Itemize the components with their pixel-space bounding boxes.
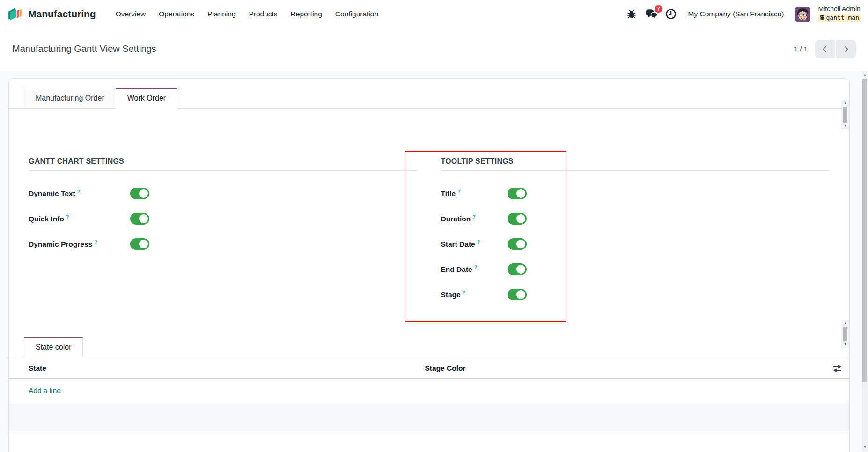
toggle-stage[interactable] xyxy=(508,289,527,300)
database-badge: gantt_man xyxy=(818,14,861,22)
topbar-right: 7 My Company (San Francisco) xyxy=(626,5,861,23)
avatar[interactable] xyxy=(795,7,810,22)
tab-manufacturing-order[interactable]: Manufacturing Order xyxy=(24,88,116,108)
toggle-title[interactable] xyxy=(508,188,527,199)
notebook-tabs: Manufacturing Order Work Order xyxy=(9,88,849,109)
field-label: End Date xyxy=(441,265,472,273)
toggle-duration[interactable] xyxy=(508,213,527,225)
scrollbar-thumb[interactable] xyxy=(862,79,867,382)
table-header-row: State Stage Color xyxy=(9,357,849,379)
state-color-table: State Stage Color Add a xyxy=(9,357,849,452)
toggle-quick-info[interactable] xyxy=(130,213,149,225)
pager-next-button[interactable] xyxy=(836,40,856,58)
help-icon[interactable]: ? xyxy=(66,214,69,219)
help-icon[interactable]: ? xyxy=(463,290,466,295)
menu-overview[interactable]: Overview xyxy=(109,6,153,22)
field-label: Quick Info xyxy=(29,215,64,223)
scroll-up-icon[interactable]: ▲ xyxy=(844,321,847,326)
manufacturing-app-icon xyxy=(7,6,23,22)
activities-clock-icon[interactable] xyxy=(665,8,677,20)
field-start-date: Start Date? xyxy=(441,238,830,249)
field-label: Dynamic Text xyxy=(29,190,75,197)
main-scrollbar[interactable]: ▲ ▼ xyxy=(862,71,868,452)
scroll-down-icon[interactable]: ▼ xyxy=(862,445,868,450)
help-icon[interactable]: ? xyxy=(77,189,81,194)
field-title: Title? xyxy=(441,188,830,199)
toggle-dynamic-text[interactable] xyxy=(130,188,149,199)
tab-work-order[interactable]: Work Order xyxy=(116,88,177,109)
add-a-line-link[interactable]: Add a line xyxy=(29,386,61,394)
state-color-tabs: State color xyxy=(9,337,849,357)
gantt-settings-heading: GANTT CHART SETTINGS xyxy=(29,157,418,171)
toggle-end-date[interactable] xyxy=(508,263,527,275)
company-switcher[interactable]: My Company (San Francisco) xyxy=(688,10,784,18)
menu-reporting[interactable]: Reporting xyxy=(284,6,329,22)
help-icon[interactable]: ? xyxy=(94,239,97,245)
gantt-chart-settings-section: GANTT CHART SETTINGS Dynamic Text? Quick… xyxy=(29,157,418,314)
app-switcher[interactable]: Manufacturing xyxy=(7,6,96,22)
field-dynamic-progress: Dynamic Progress? xyxy=(29,238,418,249)
app-name: Manufacturing xyxy=(28,8,96,20)
page-title: Manufacturing Gantt View Settings xyxy=(12,44,156,54)
inner-scrollbar-top[interactable]: ▲ ▼ xyxy=(841,100,849,129)
table-row: Add a line xyxy=(9,379,849,403)
field-quick-info: Quick Info? xyxy=(29,213,418,224)
control-panel: Manufacturing Gantt View Settings 1 / 1 xyxy=(0,28,868,70)
screen: Manufacturing Overview Operations Planni… xyxy=(0,0,868,452)
field-label: Stage xyxy=(441,291,461,299)
table-row xyxy=(9,431,849,452)
field-duration: Duration? xyxy=(441,213,830,224)
user-menu[interactable]: Mitchell Admin gantt_man xyxy=(818,5,861,23)
pager-prev-button[interactable] xyxy=(815,40,835,58)
main-menu: Overview Operations Planning Products Re… xyxy=(109,6,385,22)
settings-grid: GANTT CHART SETTINGS Dynamic Text? Quick… xyxy=(29,157,830,314)
field-stage: Stage? xyxy=(441,289,830,300)
scrollbar-thumb[interactable] xyxy=(843,327,847,341)
column-header-stage-color: Stage Color xyxy=(425,364,833,372)
tooltip-settings-section: TOOLTIP SETTINGS Title? Duration? Start … xyxy=(441,157,830,314)
database-name: gantt_man xyxy=(826,14,859,22)
menu-planning[interactable]: Planning xyxy=(201,6,242,22)
field-end-date: End Date? xyxy=(441,263,830,275)
pager: 1 / 1 xyxy=(794,40,856,58)
toggle-start-date[interactable] xyxy=(508,238,527,250)
tab-state-color[interactable]: State color xyxy=(24,337,83,357)
database-icon xyxy=(820,15,825,21)
optional-columns-icon[interactable] xyxy=(833,365,842,372)
help-icon[interactable]: ? xyxy=(457,189,461,194)
content-area: Manufacturing Order Work Order GANTT CHA… xyxy=(0,71,868,452)
column-header-state: State xyxy=(9,364,425,372)
form-card: Manufacturing Order Work Order GANTT CHA… xyxy=(8,78,850,452)
messages-icon[interactable]: 7 xyxy=(645,8,657,20)
table-row xyxy=(9,403,849,431)
field-dynamic-text: Dynamic Text? xyxy=(29,188,418,199)
messages-badge: 7 xyxy=(654,4,663,14)
help-icon[interactable]: ? xyxy=(477,239,480,245)
help-icon[interactable]: ? xyxy=(474,264,478,270)
inner-scrollbar-bottom[interactable]: ▲ ▼ xyxy=(841,320,849,348)
scrollbar-thumb[interactable] xyxy=(843,107,847,123)
tooltip-settings-heading: TOOLTIP SETTINGS xyxy=(441,157,830,171)
toggle-dynamic-progress[interactable] xyxy=(130,238,149,250)
menu-products[interactable]: Products xyxy=(242,6,284,22)
help-icon[interactable]: ? xyxy=(472,214,476,219)
field-label: Title xyxy=(441,190,456,197)
field-label: Duration xyxy=(441,215,471,223)
menu-configuration[interactable]: Configuration xyxy=(329,6,385,22)
scroll-up-icon[interactable]: ▲ xyxy=(844,101,847,106)
chevron-right-icon xyxy=(842,45,850,53)
scroll-down-icon[interactable]: ▼ xyxy=(844,342,847,347)
menu-operations[interactable]: Operations xyxy=(152,6,201,22)
user-name: Mitchell Admin xyxy=(818,5,861,14)
scroll-down-icon[interactable]: ▼ xyxy=(844,124,847,128)
field-label: Start Date xyxy=(441,240,475,248)
debug-bug-icon[interactable] xyxy=(626,9,637,19)
field-label: Dynamic Progress xyxy=(29,240,92,248)
chevron-left-icon xyxy=(821,45,829,53)
pager-count: 1 / 1 xyxy=(794,45,808,53)
scroll-up-icon[interactable]: ▲ xyxy=(862,73,868,78)
topbar: Manufacturing Overview Operations Planni… xyxy=(0,0,868,28)
